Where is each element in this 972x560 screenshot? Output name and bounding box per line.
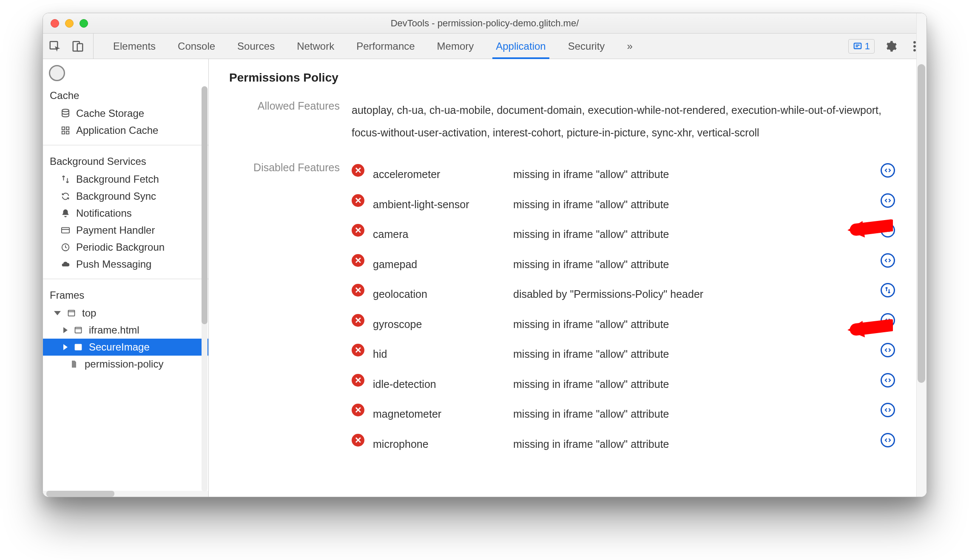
frames-section-label: Frames xyxy=(43,285,208,305)
feature-reason: disabled by "Permissions-Policy" header xyxy=(513,283,876,305)
feature-reason: missing in iframe "allow" attribute xyxy=(513,433,876,455)
disabled-feature-row: ✕microphonemissing in iframe "allow" att… xyxy=(352,433,906,455)
tab-performance[interactable]: Performance xyxy=(345,34,426,59)
tab-label: Elements xyxy=(113,40,156,52)
sync-icon xyxy=(60,191,71,202)
tab-elements[interactable]: Elements xyxy=(102,34,167,59)
feature-reason: missing in iframe "allow" attribute xyxy=(513,403,876,425)
svg-rect-9 xyxy=(66,127,69,130)
error-x-icon: ✕ xyxy=(352,404,364,416)
sidebar-item-periodic-background[interactable]: Periodic Backgroun xyxy=(43,239,208,256)
frame-top[interactable]: top xyxy=(43,305,208,322)
disabled-feature-row: ✕geolocationdisabled by "Permissions-Pol… xyxy=(352,283,906,305)
sidebar-item-label: Cache Storage xyxy=(76,107,144,119)
tab-memory[interactable]: Memory xyxy=(426,34,485,59)
window-vertical-scrollbar-thumb[interactable] xyxy=(918,64,925,383)
devtools-window: DevTools - permission-policy-demo.glitch… xyxy=(43,13,927,497)
clock-icon xyxy=(60,242,71,253)
frame-label: permission-policy xyxy=(85,358,163,370)
sidebar-item-label: Push Messaging xyxy=(76,258,151,270)
disabled-feature-row: ✕ambient-light-sensormissing in iframe "… xyxy=(352,193,906,216)
error-x-icon: ✕ xyxy=(352,224,364,237)
reveal-source-icon[interactable] xyxy=(881,373,895,387)
issues-button[interactable]: 1 xyxy=(848,39,875,54)
allowed-features-value: autoplay, ch-ua, ch-ua-mobile, document-… xyxy=(352,99,906,144)
feature-reason: missing in iframe "allow" attribute xyxy=(513,223,876,246)
allowed-features-label: Allowed Features xyxy=(229,99,340,112)
svg-rect-2 xyxy=(77,43,83,51)
window-icon xyxy=(73,342,84,353)
disabled-feature-row: ✕hidmissing in iframe "allow" attribute xyxy=(352,343,906,365)
frame-label: SecureImage xyxy=(89,341,150,353)
device-toolbar-icon[interactable] xyxy=(70,39,85,54)
reveal-source-icon[interactable] xyxy=(881,193,895,208)
tab-sources[interactable]: Sources xyxy=(226,34,286,59)
frame-secureimage[interactable]: SecureImage xyxy=(43,339,208,356)
reveal-source-icon[interactable] xyxy=(881,403,895,417)
svg-point-7 xyxy=(62,109,69,112)
annotation-arrow-icon xyxy=(846,306,893,353)
sidebar-item-label: Background Sync xyxy=(76,190,156,202)
cloud-icon xyxy=(60,259,71,270)
inspect-element-icon[interactable] xyxy=(47,39,63,54)
expand-triangle-right-icon xyxy=(63,327,68,333)
disabled-feature-row: ✕gamepadmissing in iframe "allow" attrib… xyxy=(352,253,906,276)
panel-heading: Permissions Policy xyxy=(229,71,906,85)
tab-label: Network xyxy=(297,40,334,52)
tab-network[interactable]: Network xyxy=(286,34,345,59)
svg-point-4 xyxy=(913,41,916,43)
tab-application[interactable]: Application xyxy=(485,34,557,59)
frame-permission-policy-doc[interactable]: permission-policy xyxy=(43,356,208,373)
application-sidebar: Cache Cache Storage Application Cache Ba… xyxy=(43,59,209,497)
sidebar-item-application-cache[interactable]: Application Cache xyxy=(43,122,208,139)
reveal-network-icon[interactable] xyxy=(881,283,895,297)
feature-name: gyroscope xyxy=(373,313,509,336)
sidebar-vertical-scrollbar-thumb[interactable] xyxy=(202,86,207,324)
frame-label: iframe.html xyxy=(89,324,139,336)
feature-reason: missing in iframe "allow" attribute xyxy=(513,163,876,186)
settings-gear-icon[interactable] xyxy=(883,39,898,54)
svg-point-6 xyxy=(913,49,916,51)
error-x-icon: ✕ xyxy=(352,254,364,267)
sidebar-item-cache-storage[interactable]: Cache Storage xyxy=(43,105,208,122)
tabs-overflow[interactable]: » xyxy=(616,34,643,59)
feature-name: accelerometer xyxy=(373,163,509,186)
document-icon xyxy=(68,359,80,370)
feature-name: microphone xyxy=(373,433,509,455)
allowed-features-row: Allowed Features autoplay, ch-ua, ch-ua-… xyxy=(229,99,906,144)
bell-icon xyxy=(60,208,71,219)
error-x-icon: ✕ xyxy=(352,284,364,297)
reveal-source-icon[interactable] xyxy=(881,433,895,447)
window-icon xyxy=(73,325,84,336)
feature-name: idle-detection xyxy=(373,373,509,396)
feature-reason: missing in iframe "allow" attribute xyxy=(513,193,876,216)
sidebar-item-payment-handler[interactable]: Payment Handler xyxy=(43,222,208,239)
sidebar-item-label: Application Cache xyxy=(76,124,158,136)
sidebar-item-label: Payment Handler xyxy=(76,224,155,236)
tab-label: Sources xyxy=(237,40,275,52)
feature-name: ambient-light-sensor xyxy=(373,193,509,216)
sidebar-item-background-sync[interactable]: Background Sync xyxy=(43,188,208,205)
sidebar-horizontal-scrollbar[interactable] xyxy=(43,491,208,497)
feature-reason: missing in iframe "allow" attribute xyxy=(513,373,876,396)
sidebar-item-notifications[interactable]: Notifications xyxy=(43,205,208,222)
reveal-source-icon[interactable] xyxy=(881,163,895,178)
app-manifest-icon[interactable] xyxy=(49,65,65,81)
svg-rect-11 xyxy=(66,131,69,134)
sidebar-item-background-fetch[interactable]: Background Fetch xyxy=(43,171,208,188)
disabled-feature-row: ✕cameramissing in iframe "allow" attribu… xyxy=(352,223,906,246)
expand-triangle-right-icon xyxy=(63,344,68,350)
window-title: DevTools - permission-policy-demo.glitch… xyxy=(43,18,927,29)
feature-name: gamepad xyxy=(373,253,509,276)
sidebar-item-push-messaging[interactable]: Push Messaging xyxy=(43,256,208,273)
feature-reason: missing in iframe "allow" attribute xyxy=(513,313,876,336)
tab-security[interactable]: Security xyxy=(557,34,616,59)
frame-iframe-html[interactable]: iframe.html xyxy=(43,322,208,339)
annotation-arrow-icon xyxy=(846,206,893,253)
svg-rect-12 xyxy=(62,228,69,233)
tab-console[interactable]: Console xyxy=(167,34,226,59)
reveal-source-icon[interactable] xyxy=(881,253,895,268)
feature-reason: missing in iframe "allow" attribute xyxy=(513,253,876,276)
cache-section-label: Cache xyxy=(43,85,208,105)
feature-reason: missing in iframe "allow" attribute xyxy=(513,343,876,365)
